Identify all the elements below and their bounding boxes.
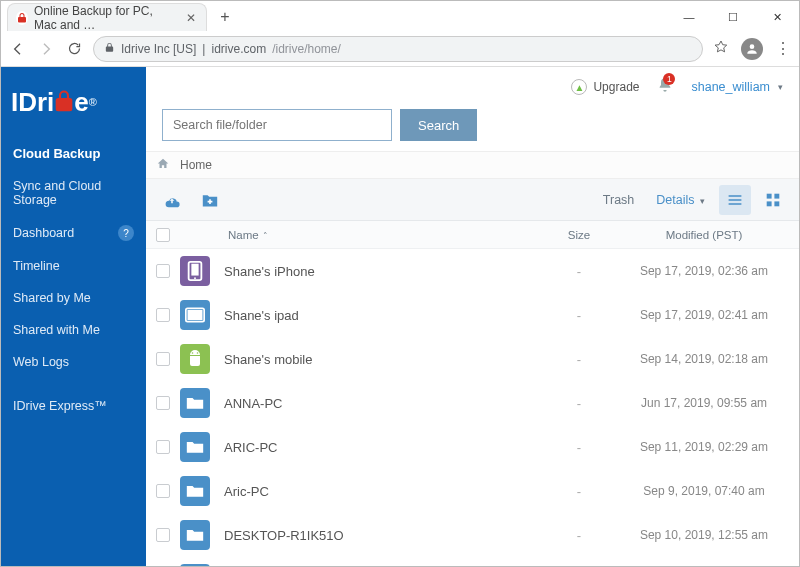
column-name[interactable]: Name ˄ <box>224 229 539 241</box>
sidebar-item-timeline[interactable]: Timeline <box>1 250 146 282</box>
device-folder-icon <box>180 564 210 566</box>
bookmark-star-icon[interactable] <box>713 39 729 59</box>
row-modified: Sep 11, 2019, 02:29 am <box>619 440 789 454</box>
select-all-checkbox[interactable] <box>156 228 170 242</box>
new-folder-button[interactable] <box>194 185 226 215</box>
url-org-label: Idrive Inc [US] <box>121 42 196 56</box>
sort-asc-icon: ˄ <box>261 231 269 241</box>
row-modified: Jun 17, 2019, 09:55 am <box>619 396 789 410</box>
nav-forward-button[interactable] <box>37 40 55 58</box>
lock-icon <box>104 42 115 56</box>
list-view-button[interactable] <box>719 185 751 215</box>
sidebar: IDri e® Cloud BackupSync and Cloud Stora… <box>1 67 146 566</box>
svg-rect-2 <box>767 201 772 206</box>
sidebar-item-sync-and-cloud-storage[interactable]: Sync and Cloud Storage <box>1 170 146 216</box>
cloud-upload-button[interactable] <box>156 185 188 215</box>
table-row[interactable]: ANNA-PC-Jun 17, 2019, 09:55 am <box>146 381 799 425</box>
details-menu[interactable]: Details ▾ <box>648 193 713 207</box>
window-close-button[interactable]: ✕ <box>755 3 799 31</box>
top-strip: ▲ Upgrade 1 shane_william ▾ <box>146 67 799 107</box>
trash-link[interactable]: Trash <box>595 193 643 207</box>
sidebar-item-shared-by-me[interactable]: Shared by Me <box>1 282 146 314</box>
search-input[interactable] <box>162 109 392 141</box>
row-checkbox[interactable] <box>156 396 170 410</box>
table-row[interactable]: SHANE-PC-Sep 17, 2014, 9:18 pm <box>146 557 799 566</box>
window-minimize-button[interactable]: — <box>667 3 711 31</box>
column-modified[interactable]: Modified (PST) <box>619 229 789 241</box>
device-folder-icon <box>180 432 210 462</box>
svg-rect-3 <box>774 201 779 206</box>
home-icon[interactable] <box>156 157 170 174</box>
row-name: DESKTOP-R1IK51O <box>224 528 539 543</box>
device-folder-icon <box>180 388 210 418</box>
breadcrumb: Home <box>146 151 799 179</box>
toolbar: Trash Details ▾ <box>146 179 799 221</box>
logo-lock-icon <box>54 86 74 117</box>
row-size: - <box>539 308 619 323</box>
row-size: - <box>539 440 619 455</box>
table-header: Name ˄ Size Modified (PST) <box>146 221 799 249</box>
column-size[interactable]: Size <box>539 229 619 241</box>
sidebar-item-label: Timeline <box>13 259 60 273</box>
row-checkbox[interactable] <box>156 484 170 498</box>
sidebar-item-idrive-express-[interactable]: IDrive Express™ <box>1 390 146 422</box>
row-modified: Sep 17, 2019, 02:41 am <box>619 308 789 322</box>
sidebar-item-label: Shared with Me <box>13 323 100 337</box>
device-tablet-icon <box>180 300 210 330</box>
sidebar-item-label: Shared by Me <box>13 291 91 305</box>
nav-reload-button[interactable] <box>65 40 83 58</box>
grid-view-button[interactable] <box>757 185 789 215</box>
row-name: Aric-PC <box>224 484 539 499</box>
row-checkbox[interactable] <box>156 308 170 322</box>
browser-menu-icon[interactable]: ⋮ <box>775 39 791 58</box>
profile-avatar-icon[interactable] <box>741 38 763 60</box>
search-button[interactable]: Search <box>400 109 477 141</box>
sidebar-item-label: Dashboard <box>13 226 74 240</box>
svg-point-10 <box>197 352 199 354</box>
device-folder-icon <box>180 476 210 506</box>
sidebar-item-shared-with-me[interactable]: Shared with Me <box>1 314 146 346</box>
row-checkbox[interactable] <box>156 352 170 366</box>
row-checkbox[interactable] <box>156 264 170 278</box>
upgrade-link[interactable]: ▲ Upgrade <box>571 79 639 95</box>
row-size: - <box>539 264 619 279</box>
sidebar-item-dashboard[interactable]: Dashboard? <box>1 216 146 250</box>
nav-back-button[interactable] <box>9 40 27 58</box>
tab-close-icon[interactable]: ✕ <box>186 11 196 25</box>
table-row[interactable]: Aric-PC-Sep 9, 2019, 07:40 am <box>146 469 799 513</box>
sidebar-item-label: IDrive Express™ <box>13 399 107 413</box>
notifications-button[interactable]: 1 <box>657 77 673 97</box>
table-row[interactable]: Shane's ipad-Sep 17, 2019, 02:41 am <box>146 293 799 337</box>
svg-rect-0 <box>767 193 772 198</box>
row-name: ANNA-PC <box>224 396 539 411</box>
svg-rect-5 <box>191 264 198 276</box>
row-checkbox[interactable] <box>156 528 170 542</box>
notification-badge: 1 <box>663 73 675 85</box>
sidebar-item-web-logs[interactable]: Web Logs <box>1 346 146 378</box>
row-modified: Sep 14, 2019, 02:18 am <box>619 352 789 366</box>
row-name: Shane's mobile <box>224 352 539 367</box>
row-size: - <box>539 484 619 499</box>
table-row[interactable]: Shane's iPhone-Sep 17, 2019, 02:36 am <box>146 249 799 293</box>
table-row[interactable]: DESKTOP-R1IK51O-Sep 10, 2019, 12:55 am <box>146 513 799 557</box>
sidebar-item-cloud-backup[interactable]: Cloud Backup <box>1 137 146 170</box>
new-tab-button[interactable]: + <box>213 5 237 29</box>
sidebar-item-label: Sync and Cloud Storage <box>13 179 134 207</box>
window-maximize-button[interactable]: ☐ <box>711 3 755 31</box>
row-size: - <box>539 352 619 367</box>
table-row[interactable]: Shane's mobile-Sep 14, 2019, 02:18 am <box>146 337 799 381</box>
device-android-icon <box>180 344 210 374</box>
address-bar[interactable]: Idrive Inc [US] | idrive.com/idrive/home… <box>93 36 703 62</box>
device-folder-icon <box>180 520 210 550</box>
table-row[interactable]: ARIC-PC-Sep 11, 2019, 02:29 am <box>146 425 799 469</box>
browser-tab[interactable]: Online Backup for PC, Mac and … ✕ <box>7 3 207 31</box>
row-modified: Sep 9, 2019, 07:40 am <box>619 484 789 498</box>
help-icon[interactable]: ? <box>118 225 134 241</box>
breadcrumb-home[interactable]: Home <box>180 158 212 172</box>
row-size: - <box>539 396 619 411</box>
user-menu[interactable]: shane_william ▾ <box>691 80 783 94</box>
window-controls: — ☐ ✕ <box>667 3 799 31</box>
svg-rect-1 <box>774 193 779 198</box>
upgrade-arrow-icon: ▲ <box>571 79 587 95</box>
row-checkbox[interactable] <box>156 440 170 454</box>
